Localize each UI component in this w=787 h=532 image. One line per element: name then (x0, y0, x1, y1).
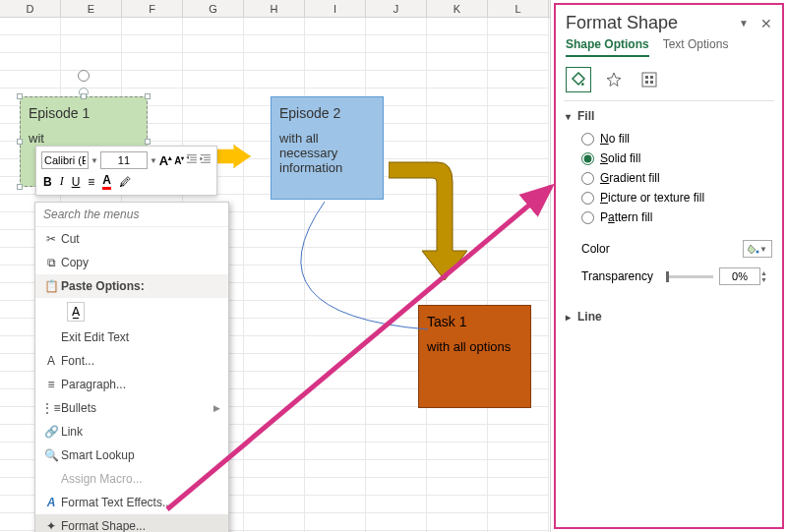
underline-button[interactable]: U (72, 175, 81, 189)
chevron-down-icon[interactable]: ▼ (150, 156, 157, 165)
menu-label: Paste Options: (61, 279, 145, 293)
col-G[interactable]: G (183, 0, 244, 17)
chevron-down-icon[interactable]: ▼ (91, 156, 98, 165)
tab-shape-options[interactable]: Shape Options (566, 37, 649, 57)
col-H[interactable]: H (244, 0, 305, 17)
resize-handle[interactable] (81, 93, 87, 99)
section-fill[interactable]: Fill NNo fillo fill Solid fill Gradient … (556, 101, 782, 302)
text-effects-icon: A (41, 496, 61, 509)
line-expander[interactable]: Line (566, 310, 772, 324)
menu-label: Link (61, 425, 83, 439)
cut-icon: ✂ (41, 232, 61, 246)
menu-bullets[interactable]: ⋮≡Bullets▶ (35, 396, 228, 420)
menu-paragraph[interactable]: ≡Paragraph... (35, 373, 228, 396)
bent-arrow-shape[interactable] (389, 152, 467, 280)
menu-paste-options: 📋Paste Options: (35, 274, 228, 298)
resize-handle[interactable] (145, 139, 151, 145)
col-E[interactable]: E (61, 0, 122, 17)
size-properties-icon[interactable] (636, 67, 662, 92)
transparency-input[interactable] (719, 267, 760, 285)
color-picker-button[interactable]: ▼ (743, 240, 772, 258)
increase-font-icon[interactable]: A▴ (159, 153, 172, 168)
bullets-icon: ⋮≡ (41, 401, 61, 415)
paragraph-icon: ≡ (41, 378, 61, 391)
effects-icon[interactable] (601, 67, 627, 92)
col-L[interactable]: L (488, 0, 549, 17)
menu-format-shape[interactable]: ✦Format Shape... (35, 514, 228, 532)
menu-search-input[interactable] (43, 207, 220, 221)
radio-no-fill[interactable]: NNo fillo fill (581, 129, 772, 148)
col-F[interactable]: F (122, 0, 183, 17)
menu-label: Bullets (61, 401, 96, 415)
fill-line-icon[interactable] (566, 67, 591, 92)
close-icon[interactable]: ✕ (760, 16, 772, 31)
radio-picture-fill[interactable]: Picture or texture fill (581, 188, 772, 207)
menu-label: Format Shape... (61, 519, 146, 532)
menu-format-text-effects[interactable]: AFormat Text Effects... (35, 491, 228, 514)
align-icon[interactable]: ≡ (88, 175, 94, 189)
menu-label: Cut (61, 232, 80, 246)
menu-link[interactable]: 🔗Link (35, 420, 228, 443)
italic-button[interactable]: I (60, 174, 64, 189)
col-I[interactable]: I (305, 0, 366, 17)
shape-title: Episode 1 (29, 105, 139, 121)
menu-label: Paragraph... (61, 378, 126, 391)
menu-label: Font... (61, 354, 94, 368)
radio-gradient-fill[interactable]: Gradient fill (581, 168, 772, 188)
menu-search[interactable] (35, 203, 228, 227)
shape-task-1[interactable]: Task 1 with all options (418, 305, 531, 408)
radio-pattern-fill[interactable]: Pattern fill (581, 207, 772, 227)
format-shape-pane[interactable]: Format Shape ▼ ✕ Shape Options Text Opti… (554, 3, 784, 529)
chevron-right-icon: ▶ (213, 403, 220, 413)
svg-rect-1 (642, 73, 656, 87)
copy-icon: ⧉ (41, 256, 61, 269)
increase-indent-icon[interactable] (200, 153, 212, 167)
fill-color-icon[interactable]: 🖉 (119, 175, 131, 189)
pane-menu-icon[interactable]: ▼ (739, 18, 749, 29)
transparency-slider[interactable] (666, 275, 713, 278)
menu-label: Format Text Effects... (61, 496, 172, 509)
font-color-icon[interactable]: A (102, 173, 111, 190)
paste-text-icon: A̲ (67, 302, 85, 322)
menu-cut[interactable]: ✂Cut (35, 227, 228, 251)
decrease-indent-icon[interactable] (186, 153, 198, 167)
mini-toolbar[interactable]: ▼ ▼ A▴ A▾ B I U ≡ A 🖉 (35, 146, 217, 196)
menu-exit-edit-text[interactable]: Exit Edit Text (35, 325, 228, 349)
col-J[interactable]: J (366, 0, 427, 17)
menu-copy[interactable]: ⧉Copy (35, 251, 228, 274)
svg-rect-5 (650, 81, 653, 84)
smart-lookup-icon: 🔍 (41, 448, 61, 462)
font-icon: A (41, 354, 61, 368)
format-shape-icon: ✦ (41, 519, 61, 532)
resize-handle[interactable] (17, 93, 23, 99)
tab-text-options[interactable]: Text Options (663, 37, 729, 57)
menu-assign-macro[interactable]: Assign Macro... (35, 467, 228, 491)
col-D[interactable]: D (0, 0, 61, 17)
menu-font[interactable]: AFont... (35, 349, 228, 373)
menu-label: Assign Macro... (61, 472, 143, 486)
transparency-label: Transparency (581, 269, 660, 283)
decrease-font-icon[interactable]: A▾ (174, 154, 184, 166)
menu-smart-lookup[interactable]: 🔍Smart Lookup (35, 443, 228, 467)
font-name-input[interactable] (41, 151, 89, 169)
menu-paste-keep-text[interactable]: A̲ (35, 298, 228, 325)
menu-label: Exit Edit Text (61, 330, 129, 344)
font-size-input[interactable] (100, 151, 148, 169)
fill-expander[interactable]: Fill (566, 109, 772, 123)
rotate-handle-icon[interactable] (78, 70, 90, 82)
section-line[interactable]: Line (556, 302, 782, 331)
radio-solid-fill[interactable]: Solid fill (581, 148, 772, 168)
shape-subtitle: wit (29, 131, 139, 146)
col-K[interactable]: K (427, 0, 488, 17)
svg-rect-4 (645, 81, 648, 84)
svg-rect-3 (650, 76, 653, 79)
bold-button[interactable]: B (43, 175, 52, 189)
resize-handle[interactable] (17, 139, 23, 145)
link-icon: 🔗 (41, 425, 61, 439)
menu-label: Copy (61, 256, 89, 269)
shape-episode-2[interactable]: Episode 2 with all necessary information (271, 96, 384, 200)
resize-handle[interactable] (17, 184, 23, 190)
resize-handle[interactable] (145, 93, 151, 99)
transparency-spinner[interactable]: ▲▼ (760, 269, 772, 283)
context-menu[interactable]: ✂Cut ⧉Copy 📋Paste Options: A̲ Exit Edit … (34, 202, 229, 532)
